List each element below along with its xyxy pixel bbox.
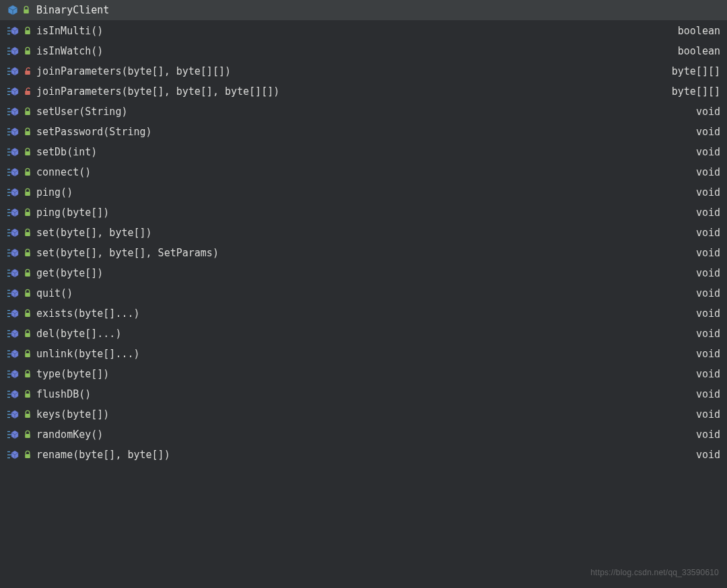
method-row[interactable]: quit()void xyxy=(0,283,727,303)
method-row[interactable]: del(byte[]...)void xyxy=(0,324,727,344)
method-icon xyxy=(7,227,19,239)
lock-public-icon xyxy=(23,349,32,359)
method-icon xyxy=(7,166,19,178)
method-row[interactable]: type(byte[])void xyxy=(0,364,727,384)
method-icon xyxy=(7,287,19,299)
method-row[interactable]: set(byte[], byte[], SetParams)void xyxy=(0,243,727,263)
method-return-type: void xyxy=(689,368,720,380)
method-return-type: void xyxy=(689,267,720,279)
method-icon xyxy=(7,207,19,219)
method-row[interactable]: setPassword(String)void xyxy=(0,122,727,142)
method-return-type: void xyxy=(689,307,720,320)
method-row[interactable]: joinParameters(byte[], byte[][])byte[][] xyxy=(0,61,727,81)
svg-rect-56 xyxy=(25,192,30,196)
method-row[interactable]: setUser(String)void xyxy=(0,102,727,122)
method-row[interactable]: keys(byte[])void xyxy=(0,404,727,425)
method-icon xyxy=(7,45,19,57)
method-return-type: void xyxy=(689,207,720,219)
lock-public-icon xyxy=(22,5,31,15)
method-row[interactable]: unlink(byte[]...)void xyxy=(0,344,727,364)
method-icon xyxy=(7,348,19,360)
method-row[interactable]: randomKey()void xyxy=(0,425,727,445)
method-icon xyxy=(7,85,19,98)
lock-public-icon xyxy=(23,430,32,439)
method-return-type: void xyxy=(689,408,720,420)
method-signature: exists(byte[]...) xyxy=(36,307,685,320)
method-icon xyxy=(7,368,19,380)
method-return-type: boolean xyxy=(671,45,720,57)
method-return-type: void xyxy=(689,247,720,259)
method-signature: get(byte[]) xyxy=(36,267,685,279)
method-signature: rename(byte[], byte[]) xyxy=(36,449,685,461)
method-return-type: void xyxy=(689,186,720,198)
method-icon xyxy=(7,408,19,420)
svg-rect-122 xyxy=(25,414,30,418)
lock-public-icon xyxy=(23,107,32,116)
method-signature: setPassword(String) xyxy=(36,126,685,138)
method-row[interactable]: ping(byte[])void xyxy=(0,203,727,223)
lock-private-icon xyxy=(23,87,32,96)
method-row[interactable]: rename(byte[], byte[])void xyxy=(0,445,727,465)
method-row[interactable]: connect()void xyxy=(0,162,727,182)
lock-public-icon xyxy=(23,208,32,217)
class-name: BinaryClient xyxy=(36,4,109,16)
method-row[interactable]: joinParameters(byte[], byte[], byte[][])… xyxy=(0,81,727,102)
method-row[interactable]: ping()void xyxy=(0,182,727,203)
lock-public-icon xyxy=(23,450,32,460)
method-signature: connect() xyxy=(36,166,685,178)
method-return-type: void xyxy=(689,328,720,340)
method-icon xyxy=(7,106,19,118)
method-row[interactable]: isInWatch()boolean xyxy=(0,41,727,61)
svg-rect-86 xyxy=(25,293,30,297)
method-signature: flushDB() xyxy=(36,388,685,400)
class-header[interactable]: BinaryClient xyxy=(0,0,727,21)
lock-public-icon xyxy=(23,188,32,197)
method-row[interactable]: isInMulti()boolean xyxy=(0,21,727,41)
svg-rect-104 xyxy=(25,353,30,357)
svg-rect-8 xyxy=(25,30,30,34)
method-icon xyxy=(7,146,19,158)
method-signature: ping(byte[]) xyxy=(36,207,685,219)
method-row[interactable]: exists(byte[]...)void xyxy=(0,303,727,324)
method-icon xyxy=(7,449,19,461)
method-icon xyxy=(7,247,19,259)
method-signature: set(byte[], byte[], SetParams) xyxy=(36,247,685,259)
svg-rect-128 xyxy=(25,434,30,438)
method-return-type: void xyxy=(689,449,720,461)
method-row[interactable]: set(byte[], byte[])void xyxy=(0,223,727,243)
lock-public-icon xyxy=(23,329,32,338)
method-icon xyxy=(7,307,19,320)
method-signature: ping() xyxy=(36,186,685,198)
method-return-type: void xyxy=(689,106,720,118)
lock-public-icon xyxy=(23,228,32,237)
method-signature: setUser(String) xyxy=(36,106,685,118)
svg-rect-80 xyxy=(25,272,30,277)
method-return-type: byte[][] xyxy=(665,85,720,98)
method-signature: joinParameters(byte[], byte[][]) xyxy=(36,65,661,77)
method-return-type: byte[][] xyxy=(665,65,720,77)
class-icon xyxy=(7,4,19,16)
method-icon xyxy=(7,25,19,37)
method-return-type: void xyxy=(689,348,720,360)
method-signature: joinParameters(byte[], byte[], byte[][]) xyxy=(36,85,661,98)
method-return-type: void xyxy=(689,166,720,178)
method-row[interactable]: flushDB()void xyxy=(0,384,727,404)
svg-rect-32 xyxy=(25,111,30,115)
method-icon xyxy=(7,65,19,77)
method-signature: isInMulti() xyxy=(36,25,667,37)
method-row[interactable]: get(byte[])void xyxy=(0,263,727,283)
method-return-type: void xyxy=(689,429,720,441)
method-signature: del(byte[]...) xyxy=(36,328,685,340)
method-icon xyxy=(7,267,19,279)
method-return-type: void xyxy=(689,287,720,299)
lock-public-icon xyxy=(23,390,32,399)
svg-rect-134 xyxy=(25,454,30,458)
lock-public-icon xyxy=(23,268,32,278)
svg-rect-20 xyxy=(25,71,30,75)
svg-rect-68 xyxy=(25,232,30,236)
lock-public-icon xyxy=(23,369,32,379)
method-row[interactable]: setDb(int)void xyxy=(0,142,727,162)
svg-rect-2 xyxy=(24,9,29,13)
svg-rect-44 xyxy=(25,151,30,155)
lock-public-icon xyxy=(23,289,32,298)
